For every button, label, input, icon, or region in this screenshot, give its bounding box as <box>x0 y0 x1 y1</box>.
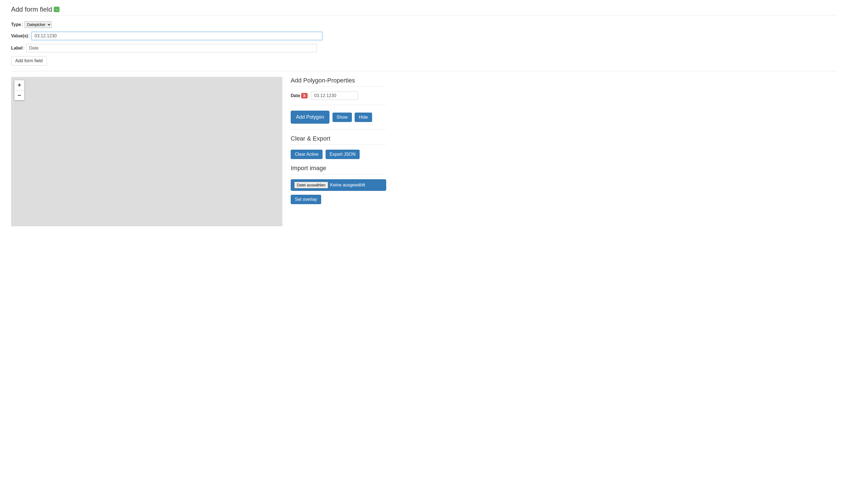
sidebar: Add Polygon-Properties Date X : Add Poly… <box>291 77 386 204</box>
hide-button[interactable]: Hide <box>354 112 372 122</box>
polygon-prop-row: Date X : <box>291 92 386 100</box>
clear-active-button[interactable]: Clear Active <box>291 150 323 159</box>
type-label: Type <box>11 22 21 27</box>
zoom-in-button[interactable]: + <box>14 80 24 90</box>
add-form-field-heading: Add form field - <box>11 5 837 16</box>
label-input[interactable] <box>26 44 317 52</box>
polygon-properties-heading: Add Polygon-Properties <box>291 77 386 87</box>
zoom-out-button[interactable]: − <box>14 90 24 100</box>
set-overlay-button[interactable]: Set overlay <box>291 195 321 204</box>
show-button[interactable]: Show <box>332 112 352 122</box>
polygon-prop-label: Date <box>291 93 300 98</box>
sidebar-divider-1 <box>291 105 386 105</box>
zoom-control: + − <box>14 80 24 100</box>
add-polygon-button[interactable]: Add Polygon <box>291 111 329 124</box>
divider <box>11 71 837 71</box>
polygon-buttons-row: Add Polygon Show Hide <box>291 111 386 124</box>
export-json-button[interactable]: Export JSON <box>326 150 360 159</box>
clear-export-buttons-row: Clear Active Export JSON <box>291 150 386 159</box>
values-row: Value(s): <box>11 32 837 40</box>
values-input[interactable] <box>32 32 322 40</box>
label-label: Label <box>11 46 23 51</box>
label-row: Label: <box>11 44 837 52</box>
import-image-heading: Import image <box>291 165 386 174</box>
map-canvas[interactable]: + − <box>11 77 282 226</box>
file-status-text: Keine ausgewählt <box>330 183 365 187</box>
add-form-field-button[interactable]: Add form field <box>11 56 47 66</box>
type-select[interactable]: Datepicker <box>24 21 52 28</box>
choose-file-button[interactable]: Datei auswählen <box>294 182 328 188</box>
sidebar-divider-2 <box>291 129 386 129</box>
values-label: Value(s) <box>11 34 28 38</box>
clear-export-heading: Clear & Export <box>291 135 386 145</box>
remove-prop-badge[interactable]: X <box>301 93 308 99</box>
type-row: Type: Datepicker <box>11 21 837 28</box>
collapse-badge[interactable]: - <box>54 7 59 12</box>
add-form-field-title: Add form field <box>11 5 52 13</box>
polygon-prop-input[interactable] <box>311 92 358 100</box>
file-input-widget[interactable]: Datei auswählen Keine ausgewählt <box>291 179 386 191</box>
